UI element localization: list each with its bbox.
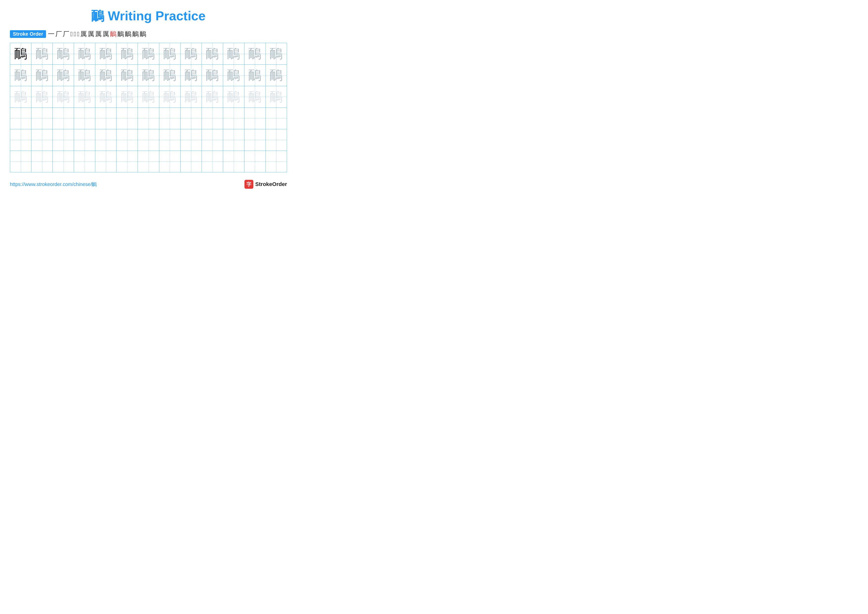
- stroke-chars: 一 厂 厂 𠂆 𠃊 𠃍 厲 厲 厲 厲 鴯 鴯 鴯 鴯 鴯: [48, 30, 146, 38]
- stroke-5: 𠃊: [74, 31, 76, 38]
- grid-cell[interactable]: [53, 151, 74, 172]
- grid-cell[interactable]: 鴯: [181, 86, 202, 107]
- grid-cell[interactable]: 鴯: [160, 43, 181, 64]
- grid-cell[interactable]: [31, 108, 53, 129]
- grid-cell[interactable]: [10, 108, 31, 129]
- grid-cell[interactable]: [266, 108, 287, 129]
- stroke-order-badge: Stroke Order: [10, 30, 46, 38]
- grid-cell[interactable]: 鴯: [31, 86, 53, 107]
- grid-cell[interactable]: [266, 151, 287, 172]
- grid-cell[interactable]: 鴯: [95, 43, 116, 64]
- grid-row-3: 鴯 鴯 鴯 鴯 鴯 鴯 鴯 鴯 鴯 鴯 鴯 鴯 鴯: [10, 86, 287, 108]
- grid-cell[interactable]: 鴯: [223, 86, 245, 107]
- grid-cell[interactable]: 鴯: [202, 43, 223, 64]
- grid-cell[interactable]: [74, 129, 95, 151]
- footer-logo: 字 StrokeOrder: [245, 180, 287, 189]
- grid-cell[interactable]: 鴯: [10, 86, 31, 107]
- grid-cell[interactable]: 鴯: [74, 43, 95, 64]
- grid-cell[interactable]: 鴯: [31, 65, 53, 86]
- grid-row-6: [10, 151, 287, 172]
- grid-cell[interactable]: [181, 151, 202, 172]
- grid-cell[interactable]: 鴯: [245, 86, 266, 107]
- footer-url: https://www.strokeorder.com/chinese/鴯: [10, 181, 97, 188]
- stroke-3: 厂: [63, 30, 69, 38]
- grid-cell[interactable]: [31, 129, 53, 151]
- grid-cell[interactable]: [245, 108, 266, 129]
- grid-cell[interactable]: [202, 151, 223, 172]
- grid-cell[interactable]: 鴯: [160, 65, 181, 86]
- grid-cell[interactable]: 鴯: [266, 65, 287, 86]
- grid-cell[interactable]: [116, 108, 138, 129]
- grid-cell[interactable]: 鴯: [223, 65, 245, 86]
- grid-cell[interactable]: [116, 129, 138, 151]
- grid-cell[interactable]: [245, 129, 266, 151]
- grid-cell[interactable]: 鴯: [266, 43, 287, 64]
- grid-cell[interactable]: 鴯: [116, 43, 138, 64]
- stroke-7: 厲: [81, 30, 87, 38]
- grid-cell[interactable]: [223, 129, 245, 151]
- grid-row-1: 鴯 鴯 鴯 鴯 鴯 鴯 鴯 鴯 鴯 鴯 鴯 鴯 鴯: [10, 43, 287, 65]
- grid-cell[interactable]: [266, 129, 287, 151]
- grid-cell[interactable]: 鴯: [245, 65, 266, 86]
- grid-cell[interactable]: [160, 108, 181, 129]
- grid-cell[interactable]: 鴯: [53, 43, 74, 64]
- grid-cell[interactable]: [138, 108, 159, 129]
- stroke-9: 厲: [95, 30, 102, 38]
- grid-cell[interactable]: 鴯: [116, 86, 138, 107]
- practice-grid: 鴯 鴯 鴯 鴯 鴯 鴯 鴯 鴯 鴯 鴯 鴯 鴯 鴯 鴯 鴯 鴯 鴯 鴯 鴯 鴯 …: [10, 43, 287, 173]
- grid-cell[interactable]: [10, 129, 31, 151]
- grid-row-5: [10, 129, 287, 151]
- stroke-14: 鴯: [132, 30, 139, 38]
- grid-cell[interactable]: [160, 129, 181, 151]
- grid-cell[interactable]: [181, 129, 202, 151]
- grid-cell[interactable]: 鴯: [95, 65, 116, 86]
- grid-row-4: [10, 108, 287, 129]
- stroke-11: 鴯: [110, 30, 116, 38]
- stroke-2: 厂: [56, 30, 62, 38]
- grid-cell[interactable]: [53, 129, 74, 151]
- grid-cell[interactable]: 鴯: [181, 43, 202, 64]
- stroke-10: 厲: [103, 30, 109, 38]
- grid-cell[interactable]: 鴯: [223, 43, 245, 64]
- grid-cell[interactable]: 鴯: [202, 65, 223, 86]
- grid-cell[interactable]: [223, 108, 245, 129]
- grid-cell[interactable]: [138, 129, 159, 151]
- stroke-8: 厲: [88, 30, 94, 38]
- grid-cell[interactable]: 鴯: [160, 86, 181, 107]
- grid-cell[interactable]: 鴯: [10, 43, 31, 64]
- grid-cell[interactable]: 鴯: [53, 65, 74, 86]
- grid-cell[interactable]: [95, 108, 116, 129]
- grid-cell[interactable]: 鴯: [116, 65, 138, 86]
- grid-cell[interactable]: [10, 151, 31, 172]
- grid-cell[interactable]: 鴯: [181, 65, 202, 86]
- grid-cell[interactable]: 鴯: [10, 65, 31, 86]
- grid-cell[interactable]: 鴯: [245, 43, 266, 64]
- grid-cell[interactable]: [160, 151, 181, 172]
- grid-cell[interactable]: [95, 129, 116, 151]
- grid-cell[interactable]: 鴯: [138, 65, 159, 86]
- grid-cell[interactable]: 鴯: [74, 65, 95, 86]
- grid-cell[interactable]: 鴯: [31, 43, 53, 64]
- grid-cell[interactable]: [31, 151, 53, 172]
- grid-cell[interactable]: [202, 108, 223, 129]
- grid-cell[interactable]: [74, 108, 95, 129]
- grid-cell[interactable]: [202, 129, 223, 151]
- strokeorder-logo-icon: 字: [245, 180, 253, 189]
- stroke-1: 一: [48, 30, 54, 38]
- grid-cell[interactable]: 鴯: [138, 43, 159, 64]
- grid-cell[interactable]: [138, 151, 159, 172]
- grid-cell[interactable]: [74, 151, 95, 172]
- grid-cell[interactable]: 鴯: [266, 86, 287, 107]
- grid-cell[interactable]: [53, 108, 74, 129]
- grid-cell[interactable]: [116, 151, 138, 172]
- grid-cell[interactable]: 鴯: [202, 86, 223, 107]
- grid-cell[interactable]: [245, 151, 266, 172]
- grid-cell[interactable]: 鴯: [53, 86, 74, 107]
- grid-cell[interactable]: [95, 151, 116, 172]
- grid-cell[interactable]: 鴯: [74, 86, 95, 107]
- grid-cell[interactable]: 鴯: [138, 86, 159, 107]
- grid-cell[interactable]: 鴯: [95, 86, 116, 107]
- grid-cell[interactable]: [181, 108, 202, 129]
- footer-logo-text: StrokeOrder: [255, 181, 287, 188]
- grid-cell[interactable]: [223, 151, 245, 172]
